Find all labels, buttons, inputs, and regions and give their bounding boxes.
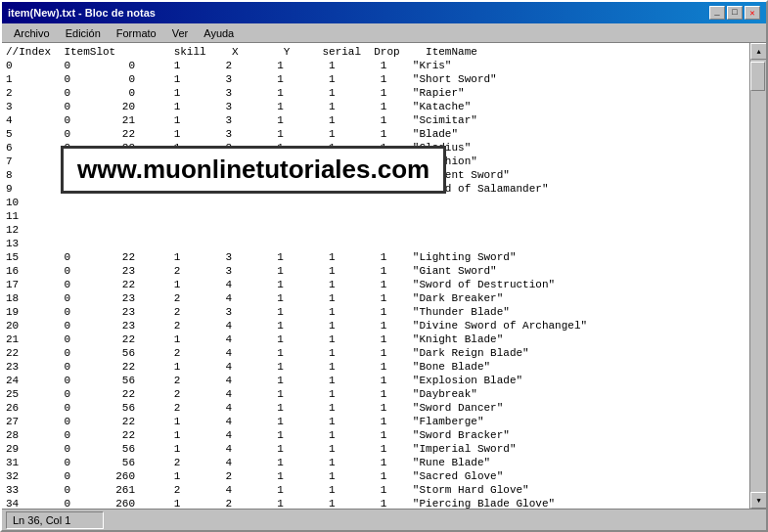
editor-content-2: 15 0 22 1 3 1 1 1 "Lighting Sword" 16 0 …: [6, 250, 745, 509]
window-title: item(New).txt - Bloc de notas: [8, 7, 156, 19]
title-bar: item(New).txt - Bloc de notas _ □ ✕: [2, 2, 766, 23]
watermark: www.muonlinetutoriales.com: [61, 146, 446, 194]
scroll-up-button[interactable]: ▲: [750, 43, 766, 60]
content-area: //Index ItemSlot skill X Y serial Drop I…: [2, 43, 766, 509]
scroll-down-button[interactable]: ▼: [750, 492, 766, 509]
menu-formato[interactable]: Formato: [109, 25, 164, 41]
text-editor[interactable]: //Index ItemSlot skill X Y serial Drop I…: [2, 43, 749, 509]
minimize-button[interactable]: _: [709, 6, 725, 20]
menu-ayuda[interactable]: Ayuda: [196, 25, 242, 41]
title-bar-buttons: _ □ ✕: [709, 6, 760, 20]
status-bar: Ln 36, Col 1: [2, 509, 766, 530]
status-text: Ln 36, Col 1: [13, 514, 70, 526]
menu-archivo[interactable]: Archivo: [6, 25, 58, 41]
close-button[interactable]: ✕: [745, 6, 760, 20]
cursor-position: Ln 36, Col 1: [6, 511, 104, 529]
scroll-thumb[interactable]: [750, 62, 765, 91]
scrollbar[interactable]: ▲ ▼: [749, 43, 766, 509]
menu-bar: Archivo Edición Formato Ver Ayuda: [2, 23, 766, 43]
menu-edicion[interactable]: Edición: [58, 25, 109, 41]
maximize-button[interactable]: □: [727, 6, 743, 20]
menu-ver[interactable]: Ver: [164, 25, 197, 41]
watermark-text: www.muonlinetutoriales.com: [77, 155, 429, 184]
main-window: item(New).txt - Bloc de notas _ □ ✕ Arch…: [0, 0, 768, 532]
scroll-track[interactable]: [750, 60, 766, 492]
